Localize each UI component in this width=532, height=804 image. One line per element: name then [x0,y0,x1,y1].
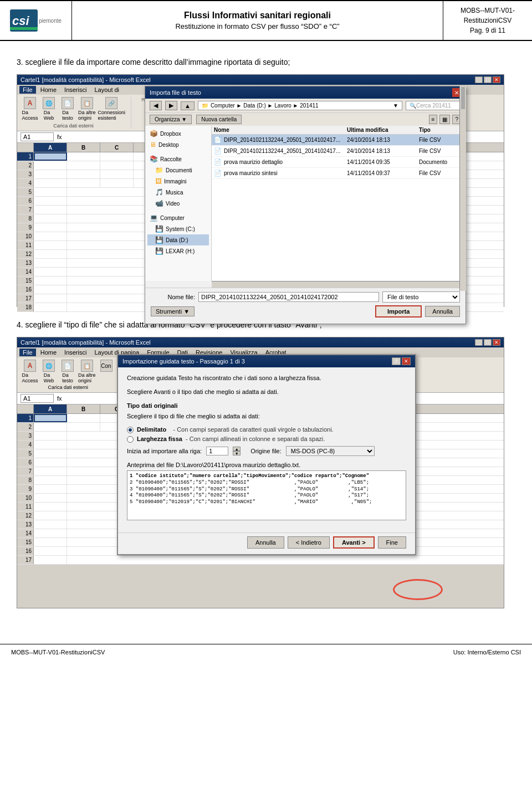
col-data: Ultima modifica [347,127,419,133]
dialog-back-btn[interactable]: ◀ [150,101,162,110]
sidebar-desktop[interactable]: 🖥 Desktop [147,139,209,150]
sidebar-dropbox-label: Dropbox [160,131,181,137]
ribbon-btn-access[interactable]: A DaAccess [22,97,38,121]
dialog-search-box[interactable]: 🔍 Cerca 201411 [406,101,461,110]
ribbon2-icons: A DaAccess 🌐 DaWeb 📄 Datesto 📋 [22,360,115,383]
excel2-minimize[interactable]: _ [475,339,483,346]
ribbon2-btn-web[interactable]: 🌐 DaWeb [40,360,57,383]
file-name-0: 📄 DIPR_20141021132244_20501_2014102417..… [214,136,347,144]
file-item-1[interactable]: 📄 DIPR_20141021132244_20501_2014102417..… [212,146,466,157]
excel2-close[interactable]: ✕ [493,339,500,346]
menu2-inserisci[interactable]: Inserisci [61,349,90,356]
excel1-titlebar: Cartel1 [modalità compatibilità] - Micro… [17,75,504,85]
cell2-A1[interactable] [34,414,67,422]
menu-home[interactable]: Home [37,86,60,94]
dialog-toolbar2: Organizza ▼ Nuova cartella ≡ ▦ ? [145,113,466,126]
cell-A1[interactable] [34,152,67,161]
file-item-2[interactable]: 📄 prova maurizio dettaglio 14/11/2014 09… [212,157,466,168]
wizard-titlebar: Importazione guidata testo - Passaggio 1… [118,355,415,367]
sidebar-computer[interactable]: 💻 Computer [147,212,209,223]
excel1-maximize[interactable]: □ [484,76,492,83]
nuova-cartella-btn[interactable]: Nuova cartella [196,115,242,124]
sidebar-documenti[interactable]: 📁 Documenti [147,165,209,176]
ribbon2-btn-access[interactable]: A DaAccess [22,360,38,383]
annulla-btn-wizard[interactable]: Annulla [247,536,284,549]
wizard-select-text: Scegliere Avanti o il tipo dati che megl… [127,388,406,396]
menu-inserisci[interactable]: Inserisci [61,86,90,94]
web-icon: 🌐 [43,97,55,109]
altre-icon: 📋 [81,97,93,109]
excel1-close[interactable]: ✕ [493,76,500,83]
menu2-file[interactable]: File [19,349,36,356]
wizard-close-btn[interactable]: ✕ [402,357,411,365]
strumenti-btn[interactable]: Strumenti ▼ [151,306,195,316]
sidebar-system-c[interactable]: 💾 System (C:) [147,223,209,234]
sidebar-immagini[interactable]: 🖼 Immagini [147,176,209,187]
origine-select[interactable]: MS-DOS (PC-8) [286,446,375,456]
ribbon2-btn-testo[interactable]: 📄 Datesto [59,360,76,383]
menu-file[interactable]: File [19,86,36,94]
ribbon2-btn-altre[interactable]: 📋 Da altreorigini [78,360,96,383]
sidebar-musica[interactable]: 🎵 Musica [147,187,209,198]
annulla-btn-dialog1[interactable]: Annulla [425,306,460,317]
menu2-home[interactable]: Home [37,349,60,356]
wizard-radio-group: Delimitato - Con campi separati da carat… [127,426,406,443]
sidebar-lexar[interactable]: 💾 LEXAR (H:) [147,245,209,257]
dialog-forward-btn[interactable]: ▶ [165,101,177,110]
radio-larghezza[interactable]: Larghezza fissa - Con campi allineati in… [127,436,406,443]
scrollbar-v[interactable] [459,126,466,281]
file-type-0: File CSV [419,137,463,143]
ribbon-web-label: DaWeb [44,110,54,121]
ribbon-btn-testo[interactable]: 📄 Datesto [59,97,76,121]
ribbon2-btn-conn[interactable]: Con [98,360,115,383]
wizard-preview-section: Anteprima del file D:\Lavoro\201411\prov… [127,462,406,520]
wizard-content: Creazione guidata Testo ha riscontrato c… [118,367,415,532]
view-details-btn[interactable]: ▦ [439,115,450,124]
csv-icon-3: 📄 [214,170,222,177]
avanti-btn[interactable]: Avanti > [333,536,375,549]
radio-delimitato[interactable]: Delimitato - Con campi separati da carat… [127,426,406,433]
file-item-3[interactable]: 📄 prova maurizio sintesi 14/11/2014 09:3… [212,168,466,179]
ribbon-btn-altre[interactable]: 📋 Da altreorigini [78,97,96,121]
web2-icon: 🌐 [43,360,55,372]
indietro-btn[interactable]: < Indietro [288,536,330,549]
excel1-name-box[interactable] [21,132,54,141]
menu-layout[interactable]: Layout di [91,86,122,94]
scrollbar-h[interactable] [212,281,466,288]
tipo-file-select[interactable]: File di testo [382,291,460,303]
sidebar-dropbox[interactable]: 📦 Dropbox [147,128,209,139]
ribbon-btn-connessioni[interactable]: 🔗 Connessioniesistenti [98,97,126,121]
wizard-help-btn[interactable]: ? [392,357,401,365]
logo-text-block: piemonte [39,18,62,24]
radio-delimitato-label: Delimitato [137,426,166,433]
riga-input[interactable] [206,447,228,455]
file-date-0: 24/10/2014 18:13 [347,137,419,143]
musica-icon: 🎵 [155,188,163,196]
ribbon-btn-web[interactable]: 🌐 DaWeb [40,97,57,121]
organizza-btn[interactable]: Organizza ▼ [150,115,192,124]
screenshot2-container: Cartel1 [modalità compatibilità] - Micro… [17,337,504,608]
fine-btn[interactable]: Fine [378,536,406,549]
sidebar-video[interactable]: 📹 Video [147,198,209,209]
import-file-dialog: Importa file di testo ✕ ◀ ▶ ▲ 📁 Computer… [145,86,466,324]
altre2-icon: 📋 [81,360,93,372]
excel1-title: Cartel1 [modalità compatibilità] - Micro… [21,76,151,83]
nome-file-input[interactable] [198,292,379,302]
dialog-up-btn[interactable]: ▲ [181,101,195,110]
importa-btn[interactable]: Importa [375,305,422,317]
cell-B1[interactable] [67,152,100,161]
sidebar-data-d[interactable]: 💾 Data (D:) [147,234,209,245]
radio-larghezza-dot [127,436,134,443]
sidebar-video-label: Video [166,201,180,207]
spin-up[interactable]: ▲ [233,447,241,451]
spin-down[interactable]: ▼ [233,451,241,455]
sidebar-raccolte[interactable]: 📚 Raccolte [147,153,209,165]
cell-C1[interactable] [100,152,134,161]
excel1-minimize[interactable]: _ [475,76,483,83]
excel2-maximize[interactable]: □ [484,339,492,346]
file-item-0[interactable]: 📄 DIPR_20141021132244_20501_2014102417..… [212,135,466,146]
row-num-1: 1 [17,152,34,161]
dialog-path[interactable]: 📁 Computer ► Data (D:) ► Lavoro ► 201411… [198,101,402,110]
excel2-name-box[interactable] [21,394,54,403]
view-list-btn[interactable]: ≡ [429,115,438,124]
